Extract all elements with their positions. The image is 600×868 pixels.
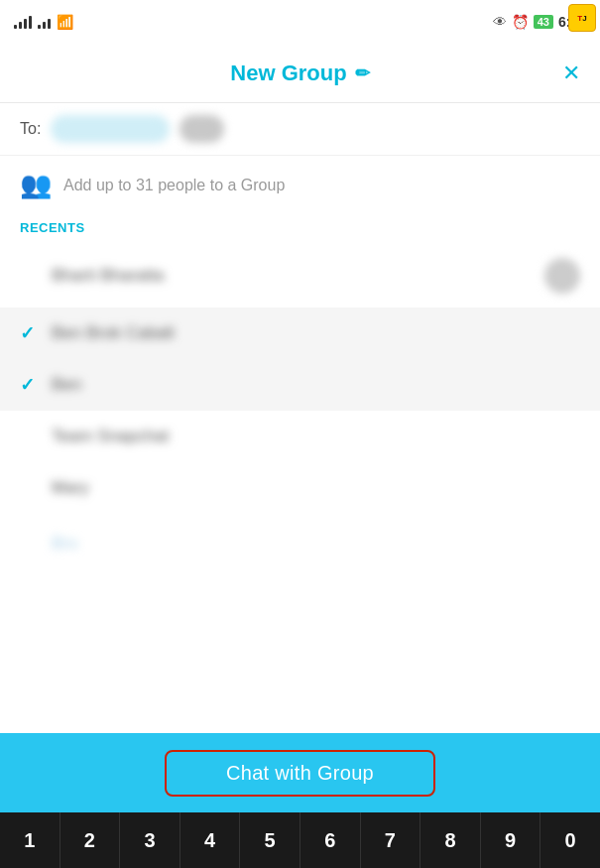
signal-icon [14,15,32,29]
alarm-icon: ⏰ [512,14,529,30]
checkmark-icon: ✓ [20,374,44,396]
key-2[interactable]: 2 [60,812,121,868]
eye-icon: 👁 [493,14,507,30]
key-9[interactable]: 9 [481,812,541,868]
wifi-icon: 📶 [57,14,73,30]
contact-item[interactable]: ✓ Ben [0,359,600,411]
chat-with-group-button[interactable]: Chat with Group [165,750,435,797]
key-0[interactable]: 0 [540,812,600,868]
new-group-title: New Group [230,61,346,86]
group-people-icon: 👥 [20,170,52,200]
key-8[interactable]: 8 [420,812,481,868]
key-5[interactable]: 5 [240,812,300,868]
contact-name: Ben [52,375,580,395]
header-title-area: New Group ✏ [230,61,369,86]
techjunkie-logo: TJ [568,4,596,32]
contact-item[interactable]: Bharti Bharatta [0,244,600,308]
status-left: 📶 [14,14,73,30]
contact-name: Mary [52,478,580,498]
recipient-pill-2[interactable] [180,115,224,143]
contact-name: Bharti Bharatta [52,266,544,286]
status-bar: 📶 👁 ⏰ 43 6:34 [0,0,600,44]
contact-item[interactable]: Team Snapchat [0,411,600,462]
add-people-text: Add up to 31 people to a Group [63,177,285,194]
to-row: To: [0,103,600,156]
battery-icon: 43 [534,15,553,29]
add-people-info: 👥 Add up to 31 people to a Group [0,156,600,214]
header: New Group ✏ ✕ [0,44,600,103]
key-6[interactable]: 6 [300,812,361,868]
recipient-pill-1[interactable] [51,115,170,143]
contact-name: Team Snapchat [52,427,580,446]
contacts-list: Bharti Bharatta ✓ Ben Brok Cabalt ✓ Ben … [0,244,600,733]
to-label: To: [20,120,41,138]
contact-item[interactable]: Mary [0,462,600,514]
key-7[interactable]: 7 [361,812,421,868]
key-1[interactable]: 1 [0,812,60,868]
action-bar: Chat with Group [0,733,600,812]
key-3[interactable]: 3 [120,812,180,868]
edit-icon[interactable]: ✏ [355,62,370,84]
contact-name: Ben Brok Cabalt [52,323,580,343]
numeric-keyboard: 1 2 3 4 5 6 7 8 9 0 [0,812,600,868]
phone-frame: TJ 📶 👁 ⏰ 43 6:34 New Group ✏ ✕ To: [0,0,600,868]
contact-item[interactable]: ✓ Ben Brok Cabalt [0,308,600,359]
key-4[interactable]: 4 [180,812,241,868]
contact-item[interactable]: Bro [0,514,600,565]
contact-name: Bro [52,534,77,554]
signal-icon-2 [38,15,51,29]
close-button[interactable]: ✕ [562,61,580,86]
checkmark-icon: ✓ [20,322,44,344]
contact-avatar [544,258,580,294]
recents-header: RECENTS [0,214,600,244]
logo-badge-area: TJ [568,4,596,32]
recents-label: RECENTS [20,220,85,235]
